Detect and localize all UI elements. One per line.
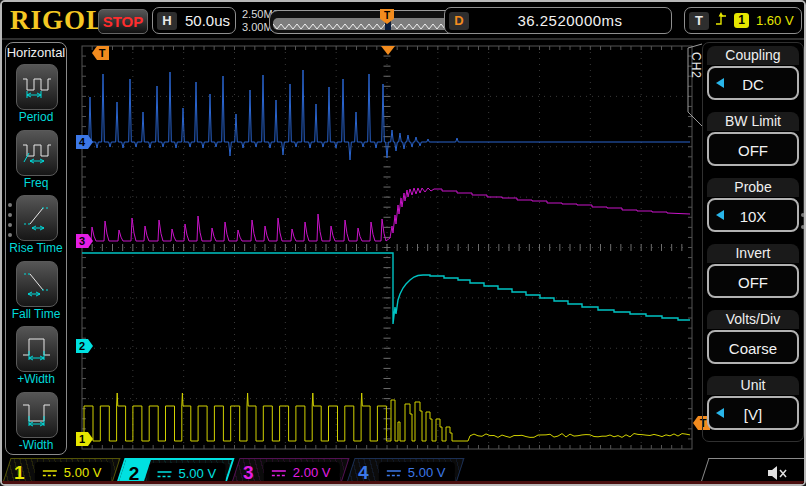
svg-text:1: 1 — [79, 433, 85, 445]
menu-item-value[interactable]: [V] — [707, 396, 799, 430]
trigger-block: T 1 1.60 V — [684, 7, 802, 34]
status-bar: RIGOL STOP H 50.0us 2.50MSa/s 3.00M pts … — [2, 2, 804, 40]
channel-scale: 5.00 V — [179, 466, 217, 481]
right-menu-tab: CH2 — [689, 52, 703, 79]
menu-item-label: Invert — [707, 244, 799, 263]
horizontal-measure-menu: Horizontal Period Freq Rise Time Fall Ti… — [5, 42, 67, 455]
measure-button-freq[interactable] — [16, 130, 58, 176]
svg-text:3: 3 — [79, 235, 85, 247]
menu-page-dot — [8, 223, 12, 227]
h-label-chip: H — [157, 12, 177, 30]
menu-page-dot — [8, 233, 12, 237]
measure-button-period[interactable] — [16, 64, 58, 110]
svg-text:T: T — [99, 47, 106, 59]
measure-button-label: Fall Time — [6, 307, 66, 321]
menu-page-dot — [801, 225, 805, 229]
channel-scale: 2.00 V — [293, 465, 331, 480]
menu-item-volts-div: Volts/Div Coarse — [707, 310, 799, 364]
measure-button--width[interactable] — [16, 326, 58, 372]
period-icon — [20, 70, 54, 104]
delay-value: 36.2520000ms — [469, 12, 671, 29]
run-state-badge: STOP — [98, 9, 148, 34]
menu-item-value[interactable]: Coarse — [707, 330, 799, 364]
measure-button-rise-time[interactable] — [16, 195, 58, 241]
trigger-level-value: 1.60 V — [756, 13, 794, 28]
menu-item-unit: Unit [V] — [707, 376, 799, 430]
measure-button-label: Rise Time — [6, 241, 66, 255]
measure-button-fall-time[interactable] — [16, 261, 58, 307]
dc-coupling-icon — [270, 464, 288, 482]
dc-coupling-icon — [156, 465, 174, 483]
menu-item-value[interactable]: OFF — [707, 132, 799, 166]
svg-text:4: 4 — [79, 136, 86, 148]
menu-item-label: Probe — [707, 178, 799, 197]
trigger-source-chip: 1 — [734, 13, 749, 28]
svg-text:2: 2 — [79, 340, 85, 352]
rise-time-icon — [20, 201, 54, 235]
menu-item-label: Coupling — [707, 46, 799, 65]
minus-width-icon — [20, 398, 54, 432]
menu-item-value[interactable]: DC — [707, 66, 799, 100]
menu-item-label: Volts/Div — [707, 310, 799, 329]
left-arrow-icon — [716, 78, 724, 88]
measure-button--width[interactable] — [16, 392, 58, 438]
oscilloscope-screen: 4321TT RIGOL STOP H 50.0us 2.50MSa/s 3.0… — [0, 0, 806, 486]
menu-item-invert: Invert OFF — [707, 244, 799, 298]
plus-width-icon — [20, 332, 54, 366]
menu-item-probe: Probe 10X — [707, 178, 799, 232]
menu-page-dot — [8, 203, 12, 207]
measure-button-label: Period — [6, 110, 66, 124]
menu-page-dot — [8, 213, 12, 217]
freq-icon — [20, 136, 54, 170]
delay-block: D 36.2520000ms — [444, 7, 672, 34]
left-arrow-icon — [716, 210, 724, 220]
channel-scale: 5.00 V — [408, 465, 446, 480]
left-arrow-icon — [716, 408, 724, 418]
menu-item-bw-limit: BW Limit OFF — [707, 112, 799, 166]
menu-item-value[interactable]: 10X — [707, 198, 799, 232]
menu-item-label: BW Limit — [707, 112, 799, 131]
d-label-chip: D — [449, 12, 469, 30]
bottom-bezel — [2, 481, 804, 484]
measure-button-label: +Width — [6, 372, 66, 386]
rising-edge-icon — [715, 11, 728, 31]
dc-coupling-icon — [385, 464, 403, 482]
menu-item-label: Unit — [707, 376, 799, 395]
menu-page-dot — [801, 213, 805, 217]
measure-button-label: Freq — [6, 176, 66, 190]
left-menu-title: Horizontal — [6, 45, 66, 60]
dc-coupling-icon — [41, 464, 59, 482]
horizontal-scale-value: 50.0us — [185, 12, 230, 29]
menu-item-value[interactable]: OFF — [707, 264, 799, 298]
t-label-chip: T — [689, 12, 709, 30]
menu-item-coupling: Coupling DC — [707, 46, 799, 100]
channel-scale: 5.00 V — [64, 465, 102, 480]
measure-button-label: -Width — [6, 438, 66, 452]
horizontal-scale-block: H 50.0us — [152, 7, 236, 34]
fall-time-icon — [20, 267, 54, 301]
rigol-logo: RIGOL — [10, 5, 105, 36]
